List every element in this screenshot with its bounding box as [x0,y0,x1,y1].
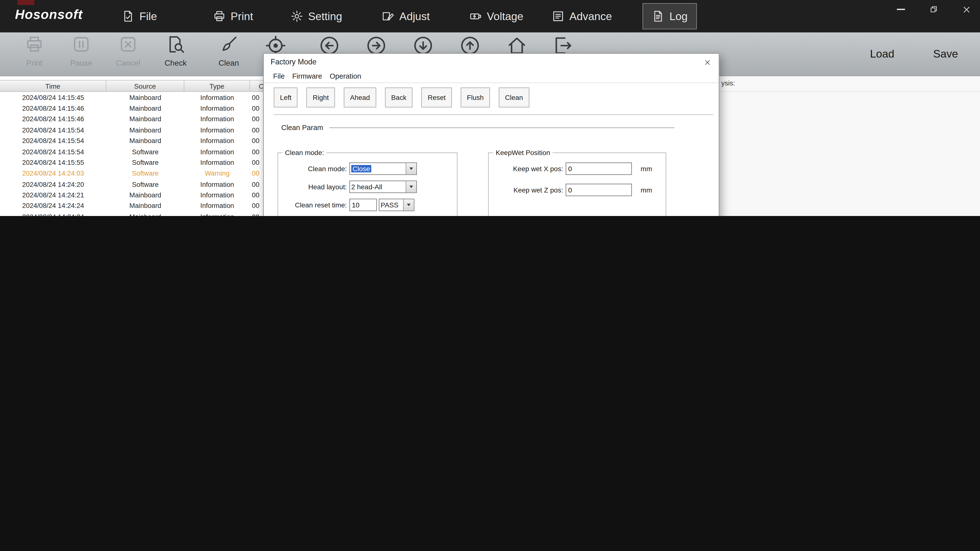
close-icon [704,59,711,66]
keep-wet-z-label: Keep wet Z pos: [489,186,566,194]
keep-wet-z-row: Keep wet Z pos: mm [489,183,666,197]
dialog-button-reset[interactable]: Reset [422,87,452,108]
log-type: Information [185,159,250,166]
clean-mode-value: Close [351,165,371,172]
log-time: 2024/08/24 14:24:20 [0,180,106,188]
load-button[interactable]: Load [870,48,894,61]
log-source: Mainboard [106,213,185,216]
dropdown-arrow-icon[interactable] [406,181,416,192]
print-tool-button: Print [13,35,56,68]
dialog-menu-file[interactable]: File [269,73,288,80]
tool-button-label: Clean [218,59,239,68]
section-title: Clean Param [281,124,323,131]
keep-wet-x-row: Keep wet X pos: mm [489,162,666,176]
pause-icon [72,35,91,54]
dropdown-arrow-icon[interactable] [403,199,414,210]
keep-wet-x-input[interactable] [566,162,632,175]
menu-item-label: Setting [308,10,342,23]
dialog-button-back[interactable]: Back [385,87,412,108]
separator [274,114,713,115]
dialog-button-flush[interactable]: Flush [461,87,490,108]
analysis-panel: ysis: [686,76,980,216]
menu-item-label: File [139,10,157,23]
cancel-icon [119,35,138,54]
menu-item-advance[interactable]: Advance [552,0,612,33]
menu-item-label: Adjust [399,10,430,23]
app-logo: Hosonsoft [15,7,83,22]
clean-param-section: Clean Param [281,124,675,131]
gear-icon [291,10,303,22]
log-type: Information [185,115,250,123]
clean-mode-group: Clean mode: Clean mode: Close Head layou… [278,152,458,216]
tool-button-label: Pause [70,59,92,68]
head-layout-select[interactable]: 2 head-All [349,180,417,193]
menu-item-label: Voltage [487,10,523,23]
dialog-action-buttons: LeftRightAheadBackResetFlushClean [274,87,529,108]
restore-icon [929,5,938,14]
log-type: Information [185,202,250,210]
column-header-time[interactable]: Time [0,81,106,91]
head-layout-value: 2 head-All [350,183,406,190]
column-header-source[interactable]: Source [106,81,185,91]
clean-reset-mode-select[interactable]: PASS [379,198,414,211]
section-line [329,127,675,128]
log-source: Software [106,148,185,155]
check-doc-icon [166,35,185,54]
menu-item-voltage[interactable]: Voltage [469,0,523,33]
minimize-icon [896,9,905,10]
log-source: Software [106,180,185,188]
menu-item-log[interactable]: Log [643,3,697,29]
clean-mode-row: Clean mode: Close [278,162,457,175]
keep-wet-z-input[interactable] [566,184,632,196]
screen: Hosonsoft FilePrintSettingAdjustVoltageA… [0,0,980,216]
log-type: Information [185,94,250,101]
dialog-button-left[interactable]: Left [274,87,298,108]
clean-reset-time-label: Clean reset time: [278,201,349,208]
clean-mode-select[interactable]: Close [349,162,417,175]
log-time: 2024/08/24 14:15:54 [0,126,106,134]
log-time: 2024/08/24 14:15:46 [0,115,106,123]
menu-item-setting[interactable]: Setting [291,0,342,33]
head-layout-label: Head layout: [278,183,349,190]
dialog-menu-firmware[interactable]: Firmware [288,73,326,80]
tool-button-label: Print [27,59,43,68]
menu-item-adjust[interactable]: Adjust [382,0,430,33]
analysis-label: ysis: [721,79,735,87]
dialog-close-button[interactable] [701,57,714,67]
dialog-menu-operation[interactable]: Operation [326,73,365,80]
menu-item-file[interactable]: File [122,0,157,33]
column-header-type[interactable]: Type [185,81,250,91]
log-time: 2024/08/24 14:24:24 [0,213,106,216]
log-time: 2024/08/24 14:15:45 [0,94,106,101]
log-type: Information [185,148,250,155]
window-minimize-button[interactable] [890,1,912,17]
voltage-icon [469,10,482,22]
dialog-title: Factory Mode [271,57,317,67]
printer-big-icon [25,35,44,54]
save-button[interactable]: Save [933,48,958,61]
group-legend: Clean mode: [283,149,326,156]
log-source: Software [106,159,185,166]
log-type: Information [185,104,250,112]
tool-button-label: Check [165,59,187,68]
clean-reset-time-input[interactable] [349,198,377,211]
window-close-button[interactable] [956,1,977,17]
printer-icon [213,10,226,22]
clean-mode-label: Clean mode: [278,165,349,172]
log-type: Information [185,137,250,144]
dialog-button-ahead[interactable]: Ahead [344,87,376,108]
dropdown-arrow-icon[interactable] [406,163,416,174]
dialog-button-right[interactable]: Right [307,87,335,108]
dialog-titlebar[interactable]: Factory Mode [264,54,719,70]
log-source: Mainboard [106,202,185,210]
app-titlebar: Hosonsoft FilePrintSettingAdjustVoltageA… [0,0,980,33]
check-tool-button[interactable]: Check [154,35,197,68]
dialog-button-clean[interactable]: Clean [499,87,529,108]
unit-label: mm [641,165,652,172]
clean-reset-time-row: Clean reset time: PASS [278,198,457,211]
menu-item-print[interactable]: Print [213,0,253,33]
window-restore-button[interactable] [923,1,945,17]
clean-tool-button[interactable]: Clean [207,35,250,68]
keep-wet-x-label: Keep wet X pos: [489,165,566,172]
log-time: 2024/08/24 14:24:21 [0,191,106,199]
